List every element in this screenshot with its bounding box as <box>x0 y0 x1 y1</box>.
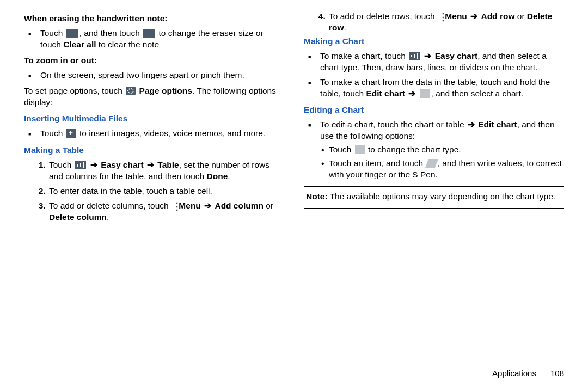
list-zoom: On the screen, spread two fingers apart … <box>24 70 284 81</box>
text: To add or delete columns, touch <box>49 201 171 210</box>
chart-icon <box>75 161 86 169</box>
text: . <box>228 171 230 181</box>
menu-icon <box>438 12 442 21</box>
list-item: On the screen, spread two fingers apart … <box>40 70 284 81</box>
text: . <box>344 23 346 32</box>
list-item: To add or delete rows, touch Menu ➔ Add … <box>328 11 564 34</box>
easy-chart-label: Easy chart <box>101 160 143 169</box>
list-making-chart: To make a chart, touch ➔ Easy chart, and… <box>304 51 564 100</box>
text: Touch <box>329 145 354 154</box>
list-item: Touch ➔ Easy chart ➔ Table, set the numb… <box>48 160 284 182</box>
list-item: To add or delete columns, touch Menu ➔ A… <box>48 200 284 223</box>
page-options-para: To set page options, touch Page options.… <box>24 85 284 108</box>
text: To set page options, touch <box>24 86 125 95</box>
list-erasing: Touch , and then touch to change the era… <box>24 28 284 51</box>
eraser-settings-icon <box>143 29 155 38</box>
add-row-label: Add row <box>481 11 514 21</box>
menu-label: Menu <box>445 11 467 21</box>
add-icon <box>66 129 76 138</box>
text: Touch <box>40 128 65 138</box>
text: To make a chart, touch <box>320 51 408 60</box>
footer-page-number: 108 <box>550 368 564 379</box>
heading-editing-chart: Editing a Chart <box>304 105 564 116</box>
note-label: Note: <box>306 192 328 201</box>
text: , and then touch <box>79 28 142 38</box>
chart-type-icon <box>355 145 365 154</box>
heading-making-table: Making a Table <box>24 145 284 156</box>
text: Touch <box>49 160 74 169</box>
menu-label: Menu <box>179 201 200 210</box>
easy-chart-label: Easy chart <box>435 51 477 60</box>
page: When erasing the handwritten note: Touch… <box>0 0 588 392</box>
text: To add or delete rows, touch <box>329 11 437 21</box>
eraser-icon <box>66 29 78 38</box>
text: To edit a chart, touch the chart or tabl… <box>320 120 467 129</box>
table-label: Table <box>157 160 179 169</box>
add-column-label: Add column <box>215 201 264 210</box>
arrow-icon: ➔ <box>423 51 432 60</box>
text: to clear the note <box>96 40 159 49</box>
list-item: To enter data in the table, touch a tabl… <box>48 186 284 197</box>
text: to change the chart type. <box>366 145 461 154</box>
list-item: Touch , and then touch to change the era… <box>40 28 284 51</box>
list-item: Touch an item, and touch , and then writ… <box>329 158 564 181</box>
text: The available options may vary depending… <box>328 192 555 201</box>
heading-zoom: To zoom in or out: <box>24 55 284 66</box>
clear-all-label: Clear all <box>63 40 96 49</box>
footer-section: Applications <box>492 368 536 379</box>
arrow-icon: ➔ <box>467 120 476 129</box>
footer: Applications 108 <box>24 352 564 379</box>
edit-chart-label: Edit chart <box>366 89 405 98</box>
divider <box>304 186 564 187</box>
text: Touch an item, and touch <box>329 158 426 168</box>
text: or <box>514 11 526 21</box>
list-item: Touch to change the chart type. <box>329 144 564 156</box>
menu-icon <box>172 201 175 210</box>
text: Touch <box>40 28 65 38</box>
done-label: Done <box>207 171 228 181</box>
list-item: To make a chart from the data in the tab… <box>320 77 564 100</box>
note-text: Note: The available options may vary dep… <box>304 191 564 203</box>
arrow-icon: ➔ <box>469 11 479 21</box>
list-editing-chart: To edit a chart, touch the chart or tabl… <box>304 119 564 181</box>
text: , and then select a chart. <box>431 89 524 98</box>
divider <box>304 208 564 209</box>
sublist-editing: Touch to change the chart type. Touch an… <box>320 144 564 181</box>
text: . <box>107 212 109 222</box>
text: or <box>264 201 273 210</box>
list-item: To make a chart, touch ➔ Easy chart, and… <box>320 51 564 74</box>
pencil-icon <box>425 159 438 168</box>
note-block: Note: The available options may vary dep… <box>304 186 564 209</box>
heading-erasing: When erasing the handwritten note: <box>24 13 284 24</box>
chart-type-icon <box>420 89 430 98</box>
page-options-label: Page options <box>139 86 192 95</box>
heading-insert-multimedia: Inserting Multimedia Files <box>24 113 284 125</box>
arrow-icon: ➔ <box>203 201 212 210</box>
list-item: To edit a chart, touch the chart or tabl… <box>320 119 564 181</box>
list-item: Touch to insert images, videos, voice me… <box>40 128 284 139</box>
content-columns: When erasing the handwritten note: Touch… <box>24 11 564 352</box>
gear-icon <box>126 87 136 95</box>
chart-icon <box>409 52 420 60</box>
heading-making-chart: Making a Chart <box>304 36 564 47</box>
edit-chart-label: Edit chart <box>478 120 517 129</box>
arrow-icon: ➔ <box>407 89 416 98</box>
delete-column-label: Delete column <box>49 212 107 222</box>
text: to insert images, videos, voice memos, a… <box>77 128 265 138</box>
arrow-icon: ➔ <box>146 160 155 169</box>
arrow-icon: ➔ <box>89 160 99 169</box>
list-insert: Touch to insert images, videos, voice me… <box>24 128 284 139</box>
